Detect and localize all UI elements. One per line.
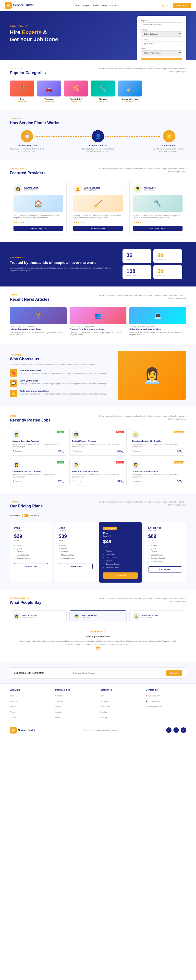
news-grid: 🏋️ SPORT | July 1, 2023 | By Admin Helpi… [10, 307, 186, 336]
choose-plan-button-1[interactable]: Choose Plan [14, 563, 48, 569]
footer-col-4: Contact Info 📍 123 Street, NY 📞 +1 234 5… [146, 689, 186, 720]
list-item[interactable]: 🔧 Plumber ★★★★ 120 [91, 81, 115, 103]
news-meta-3: ADMIN | July 3, 2023 | By Admin [130, 324, 186, 328]
nav-home[interactable]: Home [74, 4, 79, 6]
hero-title-highlight: Experts [22, 29, 42, 35]
news-img-2: 👥 [70, 307, 126, 324]
footer-link[interactable]: Houston [55, 711, 62, 713]
job-price-5: $25/hr [117, 480, 124, 483]
heart-icon-3[interactable]: ♡ [180, 187, 183, 191]
heart-icon-1[interactable]: ♡ [60, 187, 63, 191]
table-row[interactable]: Featured 🧑 President of Sales Required L… [129, 458, 186, 486]
footer-link[interactable]: Los Angeles [55, 700, 65, 702]
category-count: 120 [104, 101, 107, 102]
footer-link[interactable]: Transport [100, 700, 108, 702]
toggle-monthly: Bill Monthly [10, 514, 20, 517]
table-row[interactable]: Open 👩 Librarian Required in Brooklyn Lo… [10, 458, 67, 486]
heart-icon-2[interactable]: ♡ [120, 187, 123, 191]
list-item[interactable]: 🏋️ Gym ★★★★ 300 [10, 81, 34, 103]
stats-left: FEATURES Trusted by thousands of people … [10, 256, 118, 272]
tab-avatar-3: 👱 [133, 612, 140, 620]
categories-desc: Lorem ipsum dolor sit amet consectetur a… [98, 67, 186, 73]
nav-contact[interactable]: Contact [110, 4, 118, 6]
testimonial-tab-1[interactable]: 👩 Sofia Verhansky Software Developer [10, 610, 66, 622]
list-item[interactable]: 🧹 Cleaning Services ★★★★ 95 [118, 81, 142, 103]
newsletter-section: Subscribe Our Newsletter Subscribe [0, 663, 196, 683]
choose-plan-button-2[interactable]: Choose Plan [59, 563, 93, 569]
newsletter-email-input[interactable] [70, 670, 164, 676]
news-section: NEWS Recent News Articles Lorem ipsum do… [0, 286, 196, 344]
plan-price-2: $39 [59, 533, 93, 539]
hero-section: FIND SERVICE Hire Experts & Get Your Job… [0, 11, 196, 60]
billing-toggle[interactable] [22, 514, 28, 517]
footer-link[interactable]: About Us [10, 700, 17, 702]
list-item[interactable]: 🚗 Transport ★★★★ 250 [37, 81, 61, 103]
search-button[interactable]: Search Now [141, 59, 182, 60]
job-avatar-3: 👱 [132, 431, 140, 438]
category-select[interactable]: Select Category [141, 32, 182, 37]
testimonial-tab-3[interactable]: 👱 Maria Johansson Administrator [130, 610, 186, 622]
list-item[interactable]: 👥 EVENT | July 2, 2023 | By Admin There … [70, 307, 126, 336]
provider-role-1: Interior Designer [24, 189, 58, 191]
news-img-3: 💻 [130, 307, 186, 324]
list-item[interactable]: 🏋️ SPORT | July 1, 2023 | By Admin Helpi… [10, 307, 66, 336]
footer-link[interactable]: Phoenix [55, 717, 61, 718]
subscribe-button[interactable]: Subscribe [166, 670, 182, 676]
footer-link[interactable]: Chicago [55, 706, 62, 708]
footer-logo[interactable]: Service Finder [10, 727, 35, 733]
footer-link[interactable]: Pricing [10, 711, 15, 713]
list-item[interactable]: 🍕 Food & Drink ★★★★ 180 [64, 81, 88, 103]
jobs-label: JOBS [10, 415, 98, 417]
table-row[interactable]: Open 👩 Account Executive Required Lorem … [10, 428, 67, 456]
choose-plan-button-4[interactable]: Choose Plan [148, 566, 182, 573]
nav-blog[interactable]: Blog [102, 4, 107, 6]
category-img-gym: 🏋️ [10, 81, 34, 97]
step-icon-3: ⭐ [163, 130, 175, 142]
facebook-icon[interactable]: f [166, 727, 172, 733]
nav-pages[interactable]: Pages [83, 4, 89, 6]
tab-info-1: Sofia Verhansky Software Developer [22, 614, 38, 618]
list-item[interactable]: 💻 ADMIN | July 3, 2023 | By Admin Office… [130, 307, 186, 336]
providers-label: PROVIDERS [10, 167, 98, 170]
twitter-icon[interactable]: t [174, 727, 179, 733]
request-quote-button-3[interactable]: Request A Quote [133, 226, 183, 231]
search-input[interactable] [141, 22, 182, 27]
plan-feature: Reviews [14, 550, 48, 553]
nav-logo[interactable]: Service Finder [5, 2, 33, 9]
news-title-2: There are New thing in your workplace [70, 328, 126, 331]
price-select[interactable]: Select Price Range [141, 50, 182, 56]
footer-link[interactable]: Food & Drink [100, 706, 111, 708]
category-img-transport: 🚗 [37, 81, 61, 97]
table-row[interactable]: Featured 👱 Electrician Required in Brook… [129, 428, 186, 456]
footer-links-4: 📍 123 Street, NY 📞 +1 234 567 890 ✉️ inf… [146, 693, 186, 708]
table-row[interactable]: Urgent 👨 Hosting Assistant Required Lore… [70, 458, 126, 486]
table-row[interactable]: Urgent 🧑 Project Manager Required Lorem … [70, 428, 126, 456]
signin-button[interactable]: Sign In [158, 3, 171, 8]
footer-link[interactable]: Cleaning [100, 717, 107, 718]
plan-period-3: /month [103, 545, 138, 547]
news-desc-1: Lorem ipsum dolor sit amet consectetur a… [10, 331, 66, 336]
provider-header-3: 👦 Mike Kunto Auto Mechanic ♡ [133, 185, 183, 193]
footer-link[interactable]: New York [55, 695, 62, 697]
provider-name-1: Edward Luna [24, 186, 58, 189]
plan-name-1: Intro [14, 527, 48, 529]
linkedin-icon[interactable]: in [181, 727, 186, 733]
testimonial-tab-2[interactable]: 👨 Mark, Marketing Sales Manager [70, 610, 126, 622]
footer-link[interactable]: Gym [100, 695, 104, 697]
footer-link[interactable]: Contact [10, 717, 16, 718]
get-started-button[interactable]: Get Started [103, 572, 138, 579]
post-job-button[interactable]: + Post a Job [173, 3, 191, 8]
footer-link[interactable]: Services [10, 706, 16, 708]
footer-link[interactable]: Plumber [100, 711, 107, 713]
jobs-grid: Open 👩 Account Executive Required Lorem … [10, 428, 186, 486]
job-title-5: Hosting Assistant Required [72, 470, 124, 473]
price-label: Price [141, 48, 182, 49]
footer-link[interactable]: Home [10, 695, 14, 697]
provider-role-3: Auto Mechanic [144, 189, 178, 191]
list-item: ⭐ Build your online reputation Lorem ips… [10, 390, 110, 397]
request-quote-button-2[interactable]: Request A Quote [73, 226, 123, 231]
location-input[interactable] [141, 41, 182, 46]
nav-finder[interactable]: Finder [93, 4, 99, 6]
plan-feature: Quotes [59, 547, 93, 550]
request-quote-button-1[interactable]: Request A Quote [13, 226, 63, 231]
